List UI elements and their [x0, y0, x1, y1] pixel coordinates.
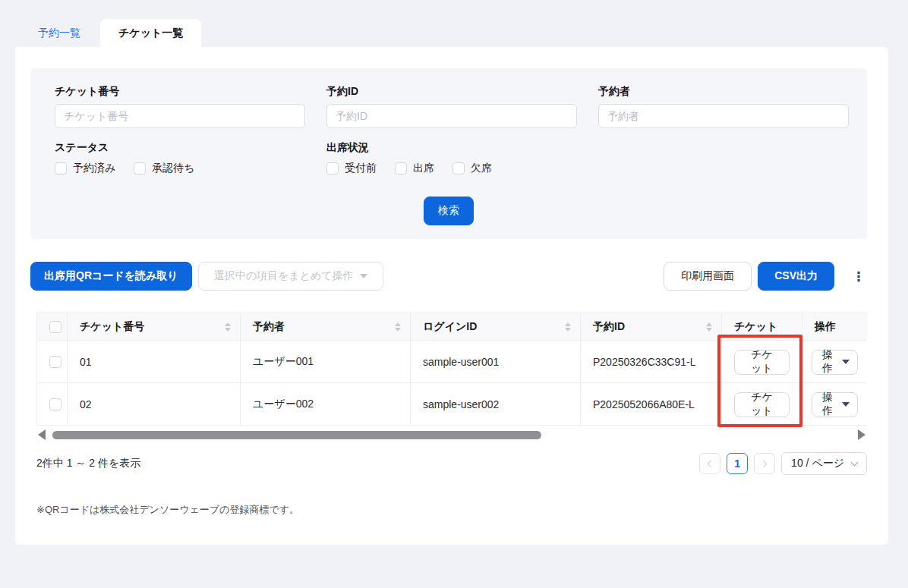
bulk-action-label: 選択中の項目をまとめて操作 [214, 269, 354, 283]
more-options-icon[interactable]: ⋮ [850, 269, 867, 285]
table-row: 01 ユーザー001 sample-user001 P20250326C33C9… [37, 341, 868, 383]
content-panel: チケット番号 予約ID 予約者 ステータス 予約済み [15, 47, 888, 545]
page-size-select[interactable]: 10 / ページ [781, 452, 867, 475]
next-page-button[interactable] [754, 453, 775, 474]
ticket-button[interactable]: チケット [734, 350, 790, 375]
tab-bar: 予約一覧 チケット一覧 [18, 19, 201, 47]
row-select-cell [37, 383, 68, 426]
ticket-number-field: チケット番号 [55, 85, 305, 128]
reserver-field: 予約者 [598, 85, 849, 128]
reservation-id-field: 予約ID [326, 85, 577, 128]
caret-down-icon [842, 402, 850, 407]
scroll-right-icon[interactable] [858, 429, 865, 440]
attendance-checkbox-group: 出席状況 受付前 出席 欠席 [326, 141, 577, 175]
search-button[interactable]: 検索 [424, 197, 474, 225]
col-ticket: チケット [722, 313, 802, 341]
qr-trademark-note: ※QRコードは株式会社デンソーウェーブの登録商標です。 [36, 503, 867, 517]
checkbox-attended-label: 出席 [413, 162, 434, 175]
select-all-checkbox[interactable] [49, 321, 61, 333]
row-checkbox[interactable] [49, 398, 61, 410]
checkbox-absent-label: 欠席 [471, 162, 492, 175]
login-id-cell: sample-user001 [411, 341, 581, 383]
scroll-left-icon[interactable] [38, 429, 46, 440]
col-login-id[interactable]: ログインID [411, 313, 581, 341]
status-checkbox-group: ステータス 予約済み 承認待ち [55, 141, 305, 175]
action-dropdown-button[interactable]: 操作 [812, 350, 858, 375]
col-reserver-label: 予約者 [253, 320, 285, 334]
checkbox-pending-approval-label: 承認待ち [152, 162, 194, 175]
checkbox-reserved-label: 予約済み [73, 162, 115, 175]
action-button-cell: 操作 [802, 383, 868, 426]
action-button-cell: 操作 [802, 341, 868, 383]
table-header-row: チケット番号 予約者 ログインID 予約ID [37, 313, 868, 341]
reserver-input[interactable] [598, 104, 849, 128]
chevron-down-icon [851, 459, 859, 467]
chevron-left-icon [708, 460, 715, 467]
col-reservation-id-label: 予約ID [593, 320, 625, 334]
sort-icon[interactable] [700, 322, 712, 332]
reserver-cell: ユーザー002 [241, 383, 411, 426]
col-ticket-number-label: チケット番号 [80, 320, 144, 334]
sort-icon[interactable] [219, 322, 231, 332]
checkbox-icon[interactable] [134, 162, 146, 175]
toolbar: 出席用QRコードを読み取り 選択中の項目をまとめて操作 印刷用画面 CSV出力 … [30, 262, 867, 291]
reservation-id-label: 予約ID [326, 85, 577, 99]
reserver-label: 予約者 [598, 85, 849, 99]
col-action: 操作 [802, 313, 868, 341]
caret-down-icon [360, 274, 367, 278]
action-dropdown-button[interactable]: 操作 [812, 392, 858, 417]
login-id-cell: sample-user002 [411, 383, 581, 426]
tab-ticket-list[interactable]: チケット一覧 [100, 19, 201, 47]
scrollbar-thumb[interactable] [52, 431, 541, 439]
ticket-button-cell: チケット [722, 383, 802, 426]
col-reservation-id[interactable]: 予約ID [581, 313, 722, 341]
ticket-number-label: チケット番号 [55, 85, 305, 99]
checkbox-icon[interactable] [55, 162, 67, 175]
checkbox-icon[interactable] [326, 162, 339, 175]
checkbox-before-reception[interactable]: 受付前 [326, 162, 377, 175]
checkbox-before-reception-label: 受付前 [345, 162, 377, 175]
reservation-id-input[interactable] [326, 104, 577, 128]
page-number-button[interactable]: 1 [727, 453, 748, 474]
reservation-id-cell: P20250326C33C91-L [581, 341, 722, 383]
reservation-id-cell: P2025052066A80E-L [581, 383, 722, 426]
checkbox-absent[interactable]: 欠席 [452, 162, 492, 175]
action-label: 操作 [820, 391, 835, 418]
checkbox-reserved[interactable]: 予約済み [55, 162, 115, 175]
row-select-cell [37, 341, 68, 383]
tab-reservation-list[interactable]: 予約一覧 [18, 19, 100, 47]
bulk-action-button[interactable]: 選択中の項目をまとめて操作 [198, 262, 383, 291]
checkbox-attended[interactable]: 出席 [395, 162, 434, 175]
page-size-value: 10 / ページ [791, 457, 844, 470]
csv-export-button[interactable]: CSV出力 [758, 262, 834, 291]
ticket-button[interactable]: チケット [734, 392, 790, 417]
col-reserver[interactable]: 予約者 [241, 313, 411, 341]
ticket-number-cell: 02 [68, 383, 241, 426]
chevron-right-icon [760, 460, 768, 467]
sort-icon[interactable] [559, 322, 571, 332]
sort-icon[interactable] [389, 322, 401, 332]
col-ticket-number[interactable]: チケット番号 [68, 313, 241, 341]
status-label: ステータス [55, 141, 305, 155]
reserver-cell: ユーザー001 [241, 341, 411, 383]
search-filter-card: チケット番号 予約ID 予約者 ステータス 予約済み [30, 68, 867, 239]
checkbox-icon[interactable] [452, 162, 465, 175]
checkbox-icon[interactable] [395, 162, 407, 175]
result-summary: 2件中 1 ～ 2 件を表示 [36, 457, 140, 470]
row-checkbox[interactable] [49, 356, 61, 368]
table-row: 02 ユーザー002 sample-user002 P2025052066A80… [37, 383, 868, 426]
caret-down-icon [842, 360, 850, 364]
ticket-button-cell: チケット [722, 341, 802, 383]
col-login-id-label: ログインID [423, 320, 477, 334]
ticket-number-input[interactable] [55, 104, 305, 128]
checkbox-pending-approval[interactable]: 承認待ち [134, 162, 194, 175]
ticket-number-cell: 01 [68, 341, 241, 383]
print-view-button[interactable]: 印刷用画面 [664, 262, 752, 291]
action-label: 操作 [820, 348, 835, 376]
horizontal-scrollbar [36, 429, 867, 440]
ticket-table: チケット番号 予約者 ログインID 予約ID [36, 313, 867, 426]
attendance-label: 出席状況 [326, 141, 577, 155]
pagination-row: 2件中 1 ～ 2 件を表示 1 10 / ページ [36, 452, 867, 475]
qr-scan-button[interactable]: 出席用QRコードを読み取り [30, 262, 192, 291]
prev-page-button[interactable] [699, 453, 720, 474]
